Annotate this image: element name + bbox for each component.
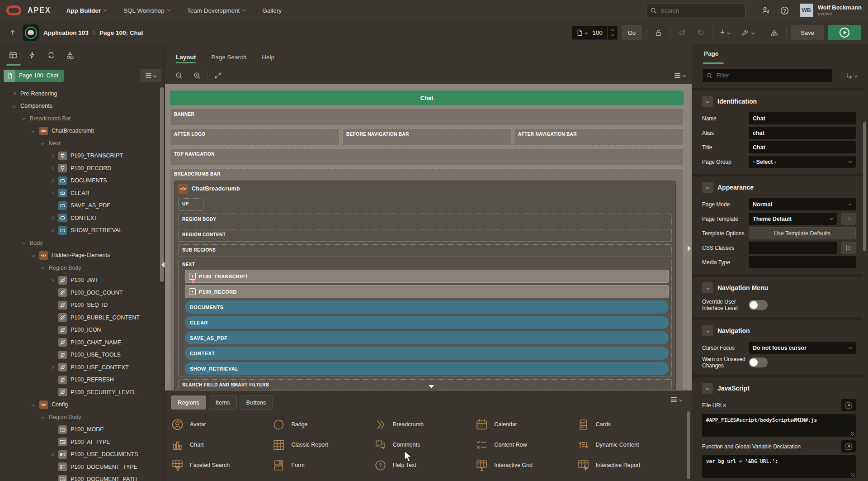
gallery-tab-items[interactable]: Items [209,395,237,410]
admin-icon[interactable] [758,3,774,18]
tree-item-context[interactable]: CONTEXT [0,212,159,224]
collapse-section-button[interactable] [702,383,713,394]
canvas-button-show-retrieval[interactable]: SHOW_RETRIEVAL [185,362,669,375]
gallery-item-interactive-grid[interactable]: Interactive Grid [475,457,576,474]
tab-help[interactable]: Help [262,54,274,67]
tree-item-p100-seq-id[interactable]: P100_SEQ_ID [0,299,159,312]
tab-dynamic-actions[interactable] [23,46,42,65]
input-alias[interactable]: chat [749,127,856,139]
canvas-page-title[interactable]: Chat [170,90,684,105]
code-function-and-global-variable-declaration[interactable]: var bg_url = '&BG_URL.'; [702,455,856,478]
tree-item-next[interactable]: Next [0,137,159,150]
collapse-left-panel-handle[interactable] [161,262,165,268]
gallery-item-breadcrumb[interactable]: Breadcrumb [374,416,475,433]
input-title[interactable]: Chat [749,141,856,153]
breadcrumb-page[interactable]: Page 100: Chat [99,29,143,36]
canvas-button-clear[interactable]: CLEAR [185,316,669,329]
select-page-mode[interactable]: Normal [749,198,856,210]
tree-item-clear[interactable]: CLEAR [0,187,159,200]
canvas-button-save-as-pdf[interactable]: SAVE_AS_PDF [185,331,669,344]
css-classes-list-button[interactable] [841,242,856,254]
gallery-item-form[interactable]: Form [272,457,373,474]
input-media-type[interactable] [749,256,856,268]
tree-item-p100-ai-type[interactable]: P100_AI_TYPE [0,436,159,448]
select-page-group[interactable]: - Select - [749,156,856,168]
gallery-item-calendar[interactable]: Calendar [475,416,576,433]
region-slot-region-body[interactable]: REGION BODY [178,214,672,226]
tree-item-p100-mode[interactable]: P100_MODE [0,424,159,436]
toggle-override-user-interface-level[interactable] [749,300,768,310]
tree-item-p100-document-path[interactable]: P100_DOCUMENT_PATH [0,473,159,481]
tree-item-breadcrumb-bar[interactable]: Breadcrumb Bar [0,112,159,125]
shared-components-button[interactable] [766,25,782,40]
menu-team-development[interactable]: Team Development [187,7,245,14]
tab-page-shared-components[interactable] [61,46,80,65]
gallery-item-comments[interactable]: Comments [374,436,475,453]
region-slot-up[interactable]: UP [178,198,203,211]
tree-item-p100-transcript[interactable]: P100_TRANSCRIPT [0,150,159,162]
lock-button[interactable] [651,25,666,40]
user-avatar[interactable]: WB [800,4,813,17]
property-filter[interactable] [702,69,832,82]
tree-item-p100-refresh[interactable]: P100_REFRESH [0,374,159,386]
tab-layout[interactable]: Layout [176,54,196,67]
collapse-section-button[interactable] [702,182,713,193]
canvas-button-context[interactable]: CONTEXT [185,347,669,360]
page-selector[interactable]: 100 [572,26,618,40]
region-slot-sub-regions[interactable]: SUB REGIONS [178,244,672,257]
undo-button[interactable]: ↺ [675,25,689,40]
canvas-item-p100-record[interactable]: IP100_RECORD [185,285,669,298]
create-menu-button[interactable]: + [717,25,734,40]
gallery-item-dynamic-content[interactable]: Dynamic Content [577,436,678,453]
tree-item-p100-record[interactable]: P100_RECORD [0,162,159,175]
gallery-item-interactive-report[interactable]: Interactive Report [577,457,678,474]
slot-top-navigation[interactable]: TOP NAVIGATION [170,148,684,165]
canvas-item-p100-transcript[interactable]: IP100_TRANSCRIPT [185,270,669,283]
run-page-button[interactable] [828,25,861,40]
search-input[interactable] [660,7,736,14]
tree-item-region-body[interactable]: Region Body [0,411,159,424]
button-template-options[interactable]: Use Template Defaults [749,227,856,239]
slot-before-navigation-bar[interactable]: BEFORE NAVIGATION BAR [342,129,511,146]
tree-item-documents[interactable]: DOCUMENTS [0,175,159,187]
tree-menu-button[interactable] [140,69,161,82]
tree-item-p100-use-context[interactable]: P100_USE_CONTEXT [0,361,159,374]
page-node[interactable]: Page 100: Chat [4,70,64,82]
collapse-section-button[interactable] [702,96,713,107]
open-code-editor-button[interactable] [841,399,856,411]
gallery-item-cards[interactable]: Cards [577,416,678,433]
gallery-item-chart[interactable]: Chart [171,436,272,453]
gallery-item-avatar[interactable]: Avatar [171,416,272,433]
tab-rendering[interactable] [4,46,23,65]
breadcrumb-application[interactable]: Application 103 [43,29,89,36]
select-cursor-focus[interactable]: Do not focus cursor [749,342,856,354]
menu-app-builder[interactable]: App Builder [66,7,107,14]
tree-item-p100-document-type[interactable]: P100_DOCUMENT_TYPE [0,461,159,473]
slot-after-logo[interactable]: AFTER LOGO [170,129,340,146]
zoom-in-button[interactable] [189,68,205,83]
collapse-section-button[interactable] [702,325,713,336]
toggle-warn-on-unsaved-changes[interactable] [749,357,768,367]
user-info[interactable]: Wolf Beckmann evolve [818,4,862,17]
expand-button[interactable] [211,68,225,83]
code-file-urls[interactable]: #APP_FILES#script/bodyScripts#MIN#.js [702,414,856,437]
tab-page-search[interactable]: Page Search [211,54,246,67]
utilities-menu-button[interactable] [737,25,758,40]
zoom-out-button[interactable] [171,68,187,83]
select-page-template[interactable]: Theme Default [749,213,837,225]
open-code-editor-button[interactable] [841,440,856,452]
tree-item-pre-rendering[interactable]: Pre-Rendering [0,87,159,100]
go-to-group-button[interactable] [841,70,861,82]
tree-item-hidden-page-elements[interactable]: </>Hidden-Page-Elements [0,249,159,262]
region-slot-next[interactable]: NEXT IP100_TRANSCRIPTIP100_RECORDDOCUMEN… [178,260,672,376]
tab-processing[interactable] [42,46,61,65]
gallery-item-faceted-search[interactable]: Faceted Search [171,457,272,474]
redo-button[interactable]: ↻ [693,25,708,40]
tree-item-config[interactable]: </>Config [0,399,159,411]
gallery-item-help-text[interactable]: ?Help Text [374,457,475,474]
tree-item-components[interactable]: Components [0,100,159,113]
layout-menu-button[interactable] [675,73,685,78]
help-icon[interactable]: ? [777,3,793,18]
gallery-item-classic-report[interactable]: Classic Report [272,436,373,453]
global-search[interactable] [646,4,745,17]
